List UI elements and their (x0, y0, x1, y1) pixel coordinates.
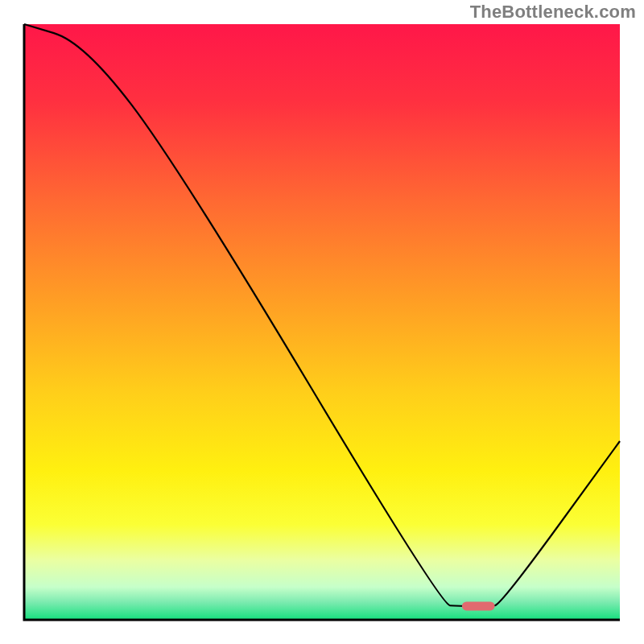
bottleneck-chart (0, 0, 644, 644)
optimum-marker (462, 601, 495, 610)
plot-background-gradient (24, 24, 620, 620)
chart-container: TheBottleneck.com (0, 0, 644, 644)
watermark-text: TheBottleneck.com (470, 2, 636, 23)
